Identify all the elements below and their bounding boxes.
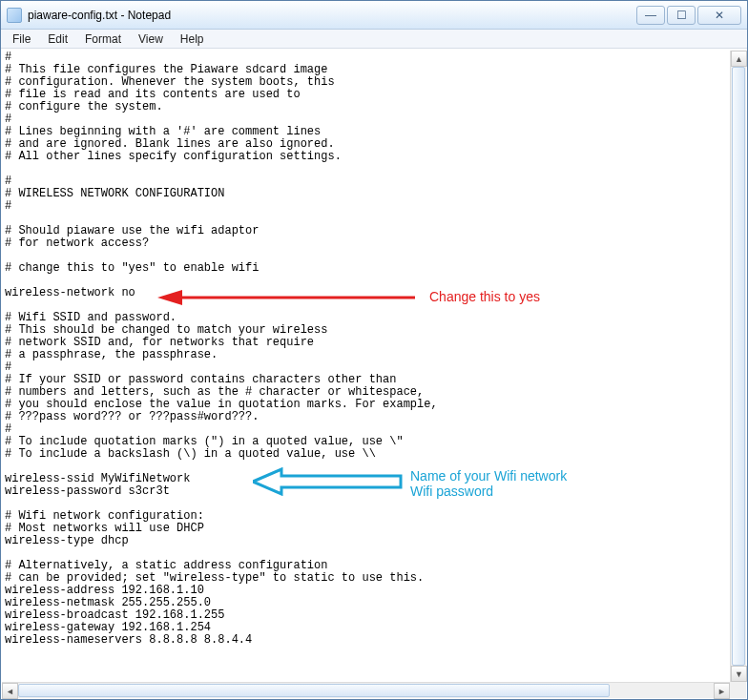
menu-format[interactable]: Format xyxy=(77,31,129,48)
notepad-icon xyxy=(7,8,22,23)
annotation-label-blue-2: Wifi password xyxy=(410,484,493,499)
annotation-label-red: Change this to yes xyxy=(429,289,540,304)
menu-view[interactable]: View xyxy=(131,31,171,48)
close-icon: ✕ xyxy=(715,9,724,22)
menubar: File Edit Format View Help xyxy=(1,30,747,49)
window-controls: — ☐ ✕ xyxy=(636,6,741,25)
scrollbar-corner xyxy=(730,682,746,698)
minimize-button[interactable]: — xyxy=(636,6,665,25)
scrollbar-v-track[interactable] xyxy=(731,67,746,666)
menu-edit[interactable]: Edit xyxy=(40,31,75,48)
scrollbar-h-thumb[interactable] xyxy=(18,684,610,697)
titlebar[interactable]: piaware-config.txt - Notepad — ☐ ✕ xyxy=(1,1,747,30)
menu-help[interactable]: Help xyxy=(173,31,212,48)
scrollbar-vertical[interactable]: ▲ ▼ xyxy=(730,51,746,682)
scrollbar-v-thumb[interactable] xyxy=(732,67,745,666)
close-button[interactable]: ✕ xyxy=(697,6,741,25)
maximize-icon: ☐ xyxy=(676,9,687,22)
scrollbar-down-button[interactable]: ▼ xyxy=(731,666,747,682)
scrollbar-right-button[interactable]: ► xyxy=(714,683,730,699)
scrollbar-horizontal[interactable]: ◄ ► xyxy=(2,682,730,698)
window-title: piaware-config.txt - Notepad xyxy=(28,9,636,22)
maximize-button[interactable]: ☐ xyxy=(667,6,696,25)
notepad-window: piaware-config.txt - Notepad — ☐ ✕ File … xyxy=(0,0,748,700)
scrollbar-left-button[interactable]: ◄ xyxy=(2,683,18,699)
scrollbar-up-button[interactable]: ▲ xyxy=(731,51,747,67)
file-content[interactable]: # # This file configures the Piaware sdc… xyxy=(5,51,728,647)
editor-area: # # This file configures the Piaware sdc… xyxy=(1,49,747,699)
minimize-icon: — xyxy=(645,9,656,22)
menu-file[interactable]: File xyxy=(5,31,38,48)
annotation-label-blue-1: Name of your Wifi network xyxy=(410,468,567,484)
text-viewport[interactable]: # # This file configures the Piaware sdc… xyxy=(5,51,728,680)
